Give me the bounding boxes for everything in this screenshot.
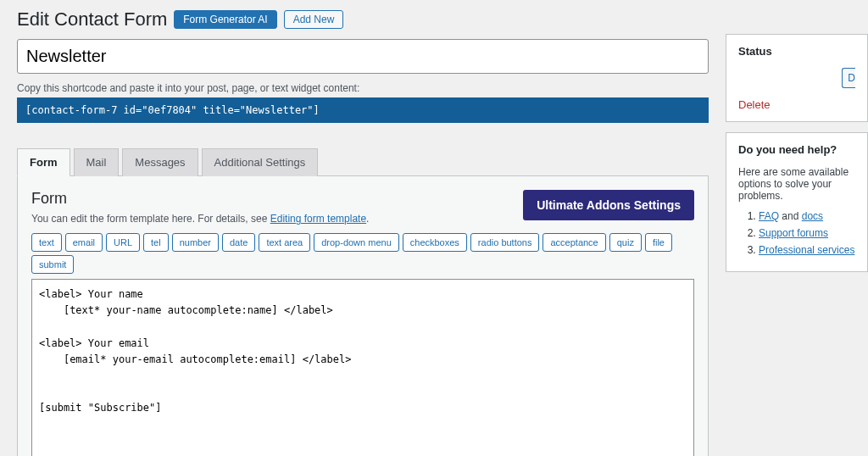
help-heading: Do you need help? [738, 143, 855, 156]
ultimate-addons-settings-button[interactable]: Ultimate Addons Settings [523, 190, 694, 220]
panel-tabs: Form Mail Messages Additional Settings [17, 148, 709, 176]
tag-text-area-button[interactable]: text area [259, 233, 310, 252]
help-link[interactable]: Professional services [759, 244, 854, 256]
help-item: FAQ and docs [759, 210, 855, 222]
form-template-textarea[interactable] [31, 279, 694, 456]
form-panel-description: You can edit the form template here. For… [31, 213, 369, 225]
tag-quiz-button[interactable]: quiz [609, 233, 642, 252]
help-metabox: Do you need help? Here are some availabl… [726, 132, 868, 272]
tab-mail[interactable]: Mail [74, 148, 120, 176]
form-panel-heading: Form [31, 190, 369, 208]
status-heading: Status [738, 45, 855, 58]
help-item: Professional services [759, 244, 855, 256]
tab-messages[interactable]: Messages [122, 148, 198, 176]
tab-additional-settings[interactable]: Additional Settings [202, 148, 319, 176]
page-title: Edit Contact Form [17, 8, 167, 31]
help-intro: Here are some available options to solve… [738, 166, 855, 202]
help-link[interactable]: Support forums [759, 227, 828, 239]
tag-email-button[interactable]: email [65, 233, 103, 252]
tag-submit-button[interactable]: submit [31, 255, 74, 274]
tag-acceptance-button[interactable]: acceptance [542, 233, 605, 252]
shortcode-instruction: Copy this shortcode and paste it into yo… [17, 82, 709, 94]
help-link[interactable]: docs [802, 210, 823, 222]
tag-tel-button[interactable]: tel [143, 233, 169, 252]
help-link[interactable]: FAQ [759, 210, 779, 222]
form-generator-ai-button[interactable]: Form Generator AI [174, 10, 276, 29]
delete-link[interactable]: Delete [738, 98, 771, 111]
shortcode-value[interactable]: [contact-form-7 id="0ef7804" title="News… [17, 97, 709, 123]
tag-file-button[interactable]: file [645, 233, 672, 252]
tag-URL-button[interactable]: URL [106, 233, 140, 252]
duplicate-button[interactable]: D [842, 68, 855, 88]
tag-drop-down-menu-button[interactable]: drop-down menu [314, 233, 399, 252]
editing-form-template-link[interactable]: Editing form template [270, 213, 366, 225]
tab-form[interactable]: Form [17, 148, 70, 176]
help-item: Support forums [759, 227, 855, 239]
tag-date-button[interactable]: date [222, 233, 255, 252]
tag-number-button[interactable]: number [172, 233, 219, 252]
help-list: FAQ and docsSupport forumsProfessional s… [738, 210, 855, 256]
tag-checkboxes-button[interactable]: checkboxes [403, 233, 467, 252]
form-panel: Form You can edit the form template here… [17, 176, 709, 456]
tag-text-button[interactable]: text [31, 233, 62, 252]
add-new-button[interactable]: Add New [284, 10, 344, 29]
status-metabox: Status D Delete [726, 34, 868, 122]
tag-radio-buttons-button[interactable]: radio buttons [470, 233, 540, 252]
form-title-input[interactable] [17, 39, 709, 74]
tag-generator-row: textemailURLtelnumberdatetext areadrop-d… [31, 233, 694, 274]
